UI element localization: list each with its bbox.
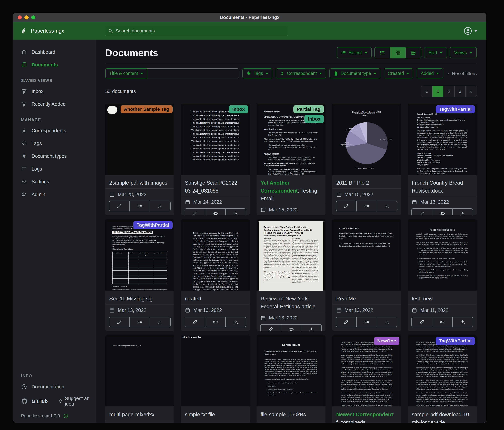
download-document-button[interactable] [301, 325, 321, 331]
download-document-button[interactable] [377, 201, 397, 211]
suggest-idea-link[interactable]: Suggest an idea [58, 396, 96, 407]
pagination-page-3[interactable]: 3 [454, 86, 465, 97]
tag-badge[interactable]: TagWithPartial [133, 221, 172, 229]
select-button[interactable]: Select [337, 47, 372, 58]
document-thumbnail[interactable]: This is the text that appears on the fir… [181, 219, 250, 290]
document-title[interactable]: French Country Bread Revised.docx [408, 175, 477, 196]
tag-badge[interactable]: Partial Tag [293, 105, 324, 113]
pagination-page-1[interactable]: 1 [432, 86, 443, 97]
sidebar-item-logs[interactable]: Logs [13, 162, 96, 175]
github-link[interactable]: GitHub [32, 399, 48, 404]
document-thumbnail[interactable]: Lorem ipsumLorem ipsum dolor sit amet, c… [257, 335, 325, 406]
title-content-filter-input[interactable] [147, 68, 239, 78]
app-brand[interactable]: Paperless-ngx [20, 27, 64, 35]
sidebar-item-documentation[interactable]: ? Documentation [13, 380, 96, 393]
document-title[interactable]: Sonstige ScanPC2022 03-24_081058 [181, 175, 250, 196]
sidebar-item-settings[interactable]: Settings [13, 175, 96, 188]
sidebar-item-document-types[interactable]: # Document types [13, 150, 96, 162]
pagination-page-2[interactable]: 2 [443, 86, 454, 97]
document-card[interactable]: This is a test for the double space char… [181, 103, 250, 215]
view-document-button[interactable] [129, 317, 150, 327]
sort-button[interactable]: Sort [424, 47, 447, 58]
document-title[interactable]: file-sample_150kBs [257, 406, 325, 420]
download-document-button[interactable] [377, 317, 397, 327]
document-thumbnail[interactable]: Release NotesSimba ODBC Driver for SQL S… [257, 103, 325, 175]
document-thumbnail[interactable]: Application for Medical Staff MembersGoo… [105, 219, 174, 290]
view-document-button[interactable] [205, 317, 225, 327]
document-title[interactable]: rotated [181, 290, 250, 304]
document-thumbnail[interactable]: This is a multi page document. Page 1. [105, 335, 174, 406]
document-title[interactable]: test_new [408, 290, 477, 304]
document-thumbnail[interactable]: This is a test for the double space char… [181, 103, 250, 175]
sidebar-item-recently-added[interactable]: Recently Added [13, 98, 96, 111]
download-document-button[interactable] [150, 201, 170, 211]
edit-document-button[interactable] [109, 201, 129, 211]
document-thumbnail[interactable]: Lorem ipsum dolor sit amet, consectetur … [332, 335, 401, 406]
document-title[interactable]: Sec 11-Missing sig [105, 290, 174, 304]
document-title[interactable]: multi-page-mixedxx [105, 406, 174, 420]
title-content-filter-button[interactable]: Title & content [105, 68, 147, 78]
download-document-button[interactable] [225, 209, 246, 215]
tags-filter-button[interactable]: Tags [243, 68, 272, 78]
correspondent-filter-button[interactable]: Correspondent [276, 68, 326, 78]
sidebar-item-admin[interactable]: Admin [13, 188, 96, 201]
download-document-button[interactable] [150, 317, 170, 327]
document-card[interactable]: Lorem ipsumLorem ipsum dolor sit amet, c… [257, 335, 325, 423]
document-card[interactable]: This is the text that appears on the fir… [181, 219, 250, 331]
document-thumbnail[interactable]: Lorem ipsum dolor sit amet, consectetur … [408, 335, 477, 406]
user-menu[interactable] [464, 27, 477, 35]
view-document-button[interactable] [432, 209, 452, 215]
view-document-button[interactable] [205, 209, 225, 215]
document-card[interactable]: Boundary Waters TripLegendGoogle EarthCu… [105, 103, 174, 215]
sidebar-item-correspondents[interactable]: Correspondents [13, 124, 96, 137]
created-filter-button[interactable]: Created [384, 68, 413, 78]
views-button[interactable]: Views [450, 47, 477, 58]
document-title[interactable]: Review-of-New-York-Federal-Petitions-art… [257, 290, 325, 312]
edit-document-button[interactable] [185, 317, 205, 327]
document-card[interactable]: Adobe Acrobat PDF FilesAdobe® Portable D… [408, 219, 477, 331]
edit-document-button[interactable] [109, 317, 129, 327]
view-document-button[interactable] [356, 201, 377, 211]
document-card[interactable]: Contact Sheet DemoGiven a set of image f… [332, 219, 401, 331]
document-thumbnail[interactable]: Boundary Waters TripLegendGoogle EarthCu… [105, 103, 174, 175]
tag-badge[interactable]: Another Sample Tag [121, 105, 172, 113]
tag-badge[interactable]: Inbox [229, 105, 248, 113]
document-card[interactable]: Review of New York Federal Petitions for… [257, 219, 325, 331]
document-card[interactable]: This is a multi page document. Page 1. m… [105, 335, 174, 423]
document-thumbnail[interactable]: Patient BP Distribution 2011Normal, 151,… [332, 103, 401, 175]
document-title[interactable]: sample-pdf-download-10-mb-longer-title [408, 406, 477, 423]
edit-document-button[interactable] [261, 325, 281, 331]
added-filter-button[interactable]: Added [417, 68, 443, 78]
document-card[interactable]: Patient BP Distribution 2011Normal, 151,… [332, 103, 401, 215]
view-document-button[interactable] [432, 317, 452, 327]
sidebar-item-dashboard[interactable]: Dashboard [13, 46, 96, 58]
download-document-button[interactable] [452, 317, 473, 327]
document-title[interactable]: Yet Another Correspondent: Testing Email [257, 175, 325, 204]
detail-view-toggle[interactable] [405, 47, 421, 58]
reset-filters-button[interactable]: × Reset filters [447, 71, 477, 76]
document-thumbnail[interactable]: Review of New York Federal Petitions for… [257, 219, 325, 290]
document-title[interactable]: 2011 BP Pie 2 [332, 175, 401, 188]
document-card[interactable]: This is a test file. simple txt file [181, 335, 250, 423]
pagination-next[interactable]: » [465, 86, 477, 97]
list-view-toggle[interactable] [375, 47, 390, 58]
edit-document-button[interactable] [336, 317, 356, 327]
document-card[interactable]: Release NotesSimba ODBC Driver for SQL S… [257, 103, 325, 215]
document-correspondent[interactable]: Yet Another Correspondent [261, 180, 298, 194]
download-document-button[interactable] [452, 209, 473, 215]
document-title[interactable]: 2sample-pdf-with-images [105, 175, 174, 188]
sidebar-item-documents[interactable]: Documents [13, 58, 96, 71]
sidebar-item-tags[interactable]: Tags [13, 137, 96, 150]
document-title[interactable]: ReadMe [332, 290, 401, 304]
document-title[interactable]: Newest Correspondent: f_combineds [332, 406, 401, 423]
document-type-filter-button[interactable]: Document type [329, 68, 380, 78]
document-card[interactable]: French Country BreadFor the Leaven1 heap… [408, 103, 477, 215]
document-correspondent[interactable]: Newest Correspondent [336, 411, 393, 417]
view-document-button[interactable] [356, 317, 377, 327]
edit-document-button[interactable] [336, 201, 356, 211]
tag-badge[interactable]: Inbox [305, 115, 324, 123]
download-document-button[interactable] [225, 317, 246, 327]
search-input[interactable] [115, 28, 285, 34]
tag-badge[interactable]: TagWithPartial [436, 337, 475, 345]
tag-badge[interactable]: TagWithPartial [436, 105, 475, 113]
